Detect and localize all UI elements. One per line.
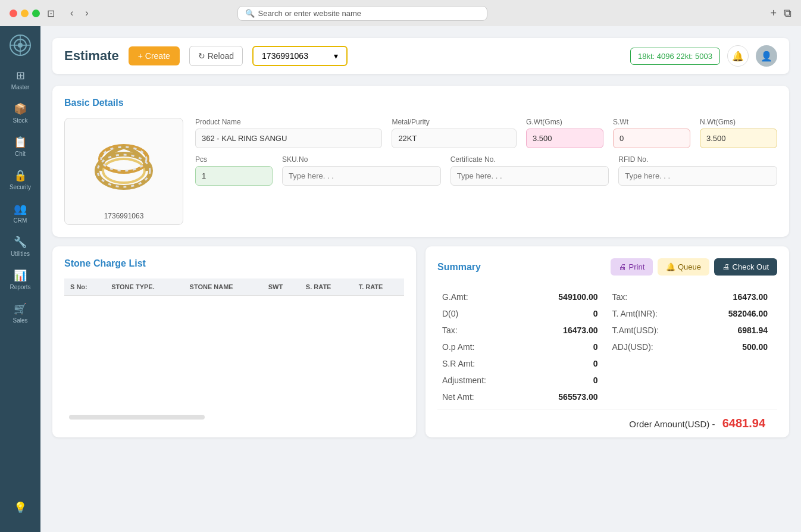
chevron-down-icon: ▾ — [334, 51, 338, 61]
summary-card: Summary 🖨 Print 🔔 Queue 🖨 Check Out G.Am… — [425, 246, 789, 437]
sidebar-toggle-button[interactable]: ⊡ — [47, 8, 55, 19]
summary-row-tax2: Tax: 16473.00 — [608, 289, 778, 305]
summary-row-gamt: G.Amt: 549100.00 — [437, 289, 608, 305]
print-button[interactable]: 🖨 Print — [611, 258, 653, 276]
sidebar-item-chit[interactable]: 📋 Chit — [0, 130, 40, 163]
order-amount-label: Order Amount(USD) - — [629, 419, 715, 429]
checkout-button[interactable]: 🖨 Check Out — [714, 258, 777, 276]
sku-field: SKU.No — [282, 155, 441, 186]
help-icon: 💡 — [14, 501, 27, 514]
d0-value: 0 — [593, 309, 598, 318]
back-button[interactable]: ‹ — [67, 7, 77, 20]
logo-icon — [10, 35, 31, 56]
address-bar[interactable]: 🔍 Search or enter website name — [237, 6, 487, 21]
rfid-field: RFID No. — [618, 155, 777, 186]
sidebar-item-reports[interactable]: 📊 Reports — [0, 263, 40, 296]
sidebar-item-utilities[interactable]: 🔧 Utilities — [0, 230, 40, 263]
basic-details-card: Basic Details — [52, 86, 789, 237]
sidebar-item-sales[interactable]: 🛒 Sales — [0, 296, 40, 330]
product-image — [65, 120, 183, 209]
sidebar-item-help[interactable]: 💡 — [0, 495, 40, 520]
tax2-value: 16473.00 — [733, 292, 768, 302]
basic-details-grid: 1736991063 Product Name Metal/Purity — [64, 118, 777, 225]
reload-button[interactable]: ↻ Reload — [189, 46, 243, 66]
new-tab-button[interactable]: + — [770, 7, 777, 20]
scrollbar[interactable] — [69, 415, 205, 420]
avatar: 👤 — [756, 45, 777, 67]
bell-button[interactable]: 🔔 — [727, 45, 749, 67]
summary-row-tax: Tax: 16473.00 — [437, 322, 608, 339]
sku-label: SKU.No — [282, 155, 441, 164]
karat-badge: 18kt: 4096 22kt: 5003 — [630, 48, 720, 65]
security-icon: 🔒 — [14, 169, 27, 182]
sidebar-item-master[interactable]: ⊞ Master — [0, 63, 40, 96]
estimate-id-text: 1736991063 — [262, 51, 308, 61]
sidebar: ⊞ Master 📦 Stock 📋 Chit 🔒 Security 👥 CRM… — [0, 26, 40, 532]
summary-actions: 🖨 Print 🔔 Queue 🖨 Check Out — [611, 258, 777, 276]
summary-row-adj-usd: ADJ(USD): 500.00 — [608, 339, 778, 355]
summary-row-tamt-usd: T.Amt(USD): 6981.94 — [608, 322, 778, 339]
bell-icon: 🔔 — [732, 51, 744, 62]
sidebar-item-crm[interactable]: 👥 CRM — [0, 196, 40, 230]
maximize-button[interactable] — [32, 10, 40, 17]
sales-icon: 🛒 — [14, 302, 27, 315]
main-content: Estimate + Create ↻ Reload 1736991063 ▾ … — [40, 26, 801, 532]
summary-row-netamt: Net Amt: 565573.00 — [437, 389, 608, 405]
stone-table-header-row: S No: STONE TYPE. STONE NAME SWT S. RATE… — [64, 278, 404, 296]
reports-icon: 📊 — [14, 269, 27, 282]
sidebar-bottom: 💡 — [0, 495, 40, 526]
stone-charge-title: Stone Charge List — [64, 258, 404, 269]
gamt-value: 549100.00 — [558, 292, 597, 302]
crm-icon: 👥 — [14, 202, 27, 215]
tamt-usd-label: T.Amt(USD): — [612, 326, 659, 335]
col-stone-name: STONE NAME — [184, 278, 262, 296]
nwt-field: N.Wt(Gms) — [700, 118, 777, 148]
product-image-box: 1736991063 — [64, 118, 183, 225]
stone-table: S No: STONE TYPE. STONE NAME SWT S. RATE… — [64, 278, 404, 296]
col-swt: SWT — [262, 278, 300, 296]
fields-container: Product Name Metal/Purity G.Wt(Gms) — [195, 118, 777, 186]
stone-charge-card: Stone Charge List S No: STONE TYPE. STON… — [52, 246, 416, 437]
page-title: Estimate — [64, 48, 119, 64]
tax-label: Tax: — [442, 326, 458, 335]
d0-label: D(0) — [442, 309, 458, 318]
sidebar-item-security[interactable]: 🔒 Security — [0, 163, 40, 196]
sku-input[interactable] — [282, 166, 441, 186]
rfid-label: RFID No. — [618, 155, 777, 164]
summary-row-adjustment: Adjustment: 0 — [437, 372, 608, 389]
summary-row-sramt: S.R Amt: 0 — [437, 355, 608, 372]
sramt-label: S.R Amt: — [442, 359, 475, 368]
forward-button[interactable]: › — [82, 7, 92, 20]
page-header: Estimate + Create ↻ Reload 1736991063 ▾ … — [52, 38, 789, 74]
address-text: Search or enter website name — [258, 9, 361, 18]
close-button[interactable] — [10, 10, 17, 17]
tax-value: 16473.00 — [563, 326, 597, 335]
cert-input[interactable] — [450, 166, 609, 186]
swt-input[interactable] — [613, 129, 690, 148]
metal-purity-input[interactable] — [392, 129, 517, 148]
minimize-button[interactable] — [21, 10, 29, 17]
estimate-dropdown[interactable]: 1736991063 ▾ — [252, 46, 348, 66]
queue-button[interactable]: 🔔 Queue — [658, 258, 709, 276]
windows-button[interactable]: ⧉ — [784, 7, 791, 20]
nwt-input[interactable] — [700, 129, 777, 148]
adjustment-value: 0 — [593, 375, 598, 385]
cert-label: Certificate No. — [450, 155, 609, 164]
browser-navigation: ‹ › — [67, 7, 92, 20]
product-name-input[interactable] — [195, 129, 382, 148]
cert-field: Certificate No. — [450, 155, 609, 186]
sidebar-item-stock[interactable]: 📦 Stock — [0, 96, 40, 130]
pcs-field: Pcs — [195, 155, 273, 186]
stone-table-header: S No: STONE TYPE. STONE NAME SWT S. RATE… — [64, 278, 404, 296]
header-right: 18kt: 4096 22kt: 5003 🔔 👤 — [630, 45, 777, 67]
tamt-inr-label: T. Amt(INR): — [612, 309, 658, 318]
gamt-label: G.Amt: — [442, 292, 468, 302]
opamt-label: O.p Amt: — [442, 342, 474, 352]
col-stone-type: STONE TYPE. — [105, 278, 183, 296]
pcs-input[interactable] — [195, 166, 273, 186]
chit-icon: 📋 — [14, 136, 27, 149]
gwt-input[interactable] — [526, 129, 603, 148]
swt-field: S.Wt — [613, 118, 690, 148]
create-button[interactable]: + Create — [129, 46, 180, 65]
rfid-input[interactable] — [618, 166, 777, 186]
